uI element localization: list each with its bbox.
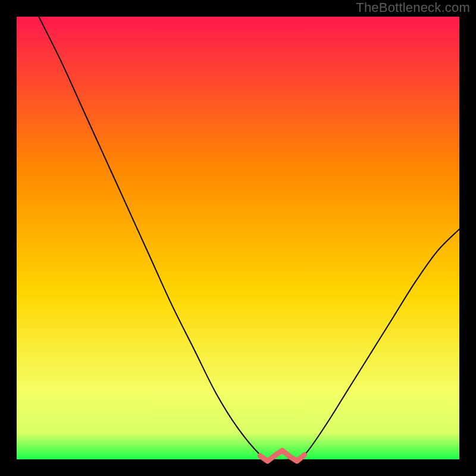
- chart-container: TheBottleneck.com: [0, 0, 476, 476]
- plot-background: [17, 17, 459, 459]
- watermark-text: TheBottleneck.com: [356, 0, 470, 15]
- bottleneck-chart: [0, 0, 476, 476]
